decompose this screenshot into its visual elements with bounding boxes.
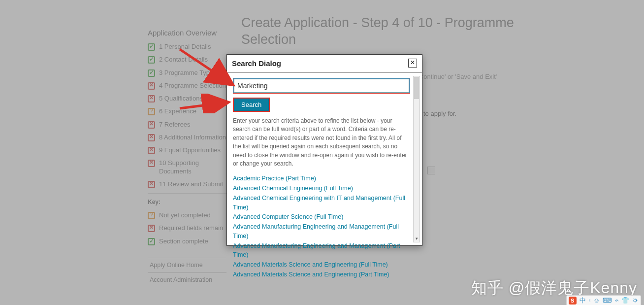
search-button[interactable]: Search [234,99,269,111]
search-button-highlight: Search [233,98,270,112]
result-link[interactable]: Advanced Computer Science (Full Time) [233,212,410,222]
dialog-body: Search Enter your search criteria above … [227,73,422,245]
result-link[interactable]: Advanced Chemical Engineering with IT an… [233,194,410,212]
ime-logo-icon[interactable]: S [569,297,577,305]
dialog-title: Search Dialog [232,59,281,68]
scroll-down-icon[interactable]: ▾ [414,235,419,242]
result-link[interactable]: Advanced Chemical Engineering (Full Time… [233,184,410,193]
tray-item[interactable]: 𝄐 [615,297,618,305]
result-link[interactable]: Advanced Materials Science and Engineeri… [233,260,410,270]
search-dialog: Search Dialog ✕ Search Enter your search… [226,54,422,246]
tray-item[interactable]: ⛭ [632,297,639,304]
result-link[interactable]: Advanced Manufacturing Engineering and M… [233,241,410,260]
result-link[interactable]: Academic Practice (Part Time) [233,174,410,183]
dialog-scrollbar[interactable]: ▾ [413,76,420,242]
search-input[interactable] [234,79,409,93]
tray-item[interactable]: ☺ [593,297,600,304]
search-input-highlight [233,78,410,94]
dialog-help-text: Enter your search criteria above to refi… [233,117,410,168]
scrollbar-thumb[interactable] [414,77,419,99]
dialog-titlebar: Search Dialog ✕ [227,55,422,73]
tray-item[interactable]: 中 [580,296,586,305]
result-link[interactable]: Advanced Manufacturing Engineering and M… [233,222,410,241]
close-icon[interactable]: ✕ [408,59,417,68]
tray-item[interactable]: ⌨ [603,297,612,304]
tray-item[interactable]: 👕 [621,297,629,304]
ime-tray: S 中 ⦂ ☺ ⌨ 𝄐 👕 ⛭ [566,295,641,305]
result-link[interactable]: Advanced Materials Science and Engineeri… [233,270,410,279]
tray-item[interactable]: ⦂ [589,297,590,305]
